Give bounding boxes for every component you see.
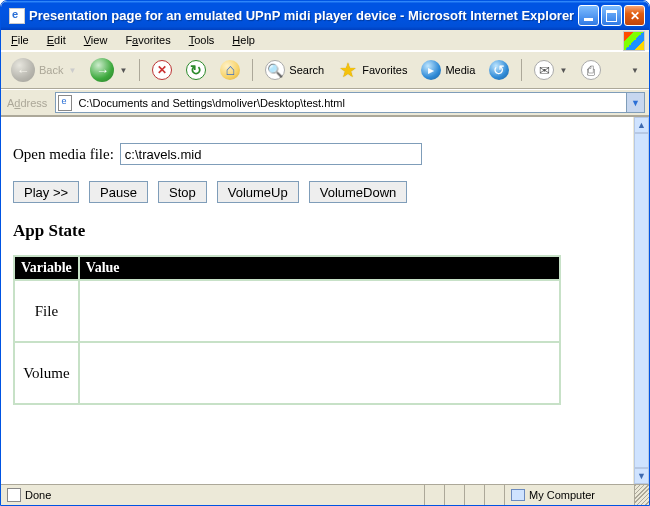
control-buttons: Play >> Pause Stop VolumeUp VolumeDown (13, 181, 625, 203)
resize-grip[interactable] (635, 485, 649, 505)
content-area: Open media file: Play >> Pause Stop Volu… (1, 116, 649, 484)
cell-value (79, 280, 560, 342)
address-input[interactable] (76, 94, 624, 111)
print-icon (581, 60, 601, 80)
cell-variable: Volume (14, 342, 79, 404)
media-label: Media (445, 64, 475, 76)
vertical-scrollbar[interactable]: ▲ ▼ (633, 117, 649, 484)
scroll-thumb[interactable] (634, 133, 649, 468)
toolbar: ← Back ▼ → ▼ Search Favorites Media ▼ ▼ (1, 51, 649, 89)
history-button[interactable] (485, 58, 513, 82)
scroll-up-button[interactable]: ▲ (634, 117, 649, 133)
open-file-row: Open media file: (13, 143, 625, 165)
window-title: Presentation page for an emulated UPnP m… (29, 8, 578, 23)
open-file-input[interactable] (120, 143, 422, 165)
print-button[interactable] (577, 58, 605, 82)
menu-help[interactable]: Help (228, 32, 259, 48)
app-state-table: Variable Value File Volume (13, 255, 561, 405)
windows-flag-icon (623, 31, 645, 51)
titlebar[interactable]: Presentation page for an emulated UPnP m… (1, 1, 649, 30)
header-value: Value (79, 256, 560, 280)
pause-button[interactable]: Pause (89, 181, 148, 203)
mail-icon (534, 60, 554, 80)
page-icon (58, 95, 72, 111)
menu-edit[interactable]: Edit (43, 32, 70, 48)
media-icon (421, 60, 441, 80)
menu-bar: File Edit View Favorites Tools Help (1, 30, 649, 51)
zone-text: My Computer (529, 489, 595, 501)
maximize-button[interactable] (601, 5, 622, 26)
page-body: Open media file: Play >> Pause Stop Volu… (1, 117, 633, 484)
status-main: Done (1, 485, 425, 505)
computer-icon (511, 489, 525, 501)
refresh-icon (186, 60, 206, 80)
status-cell (445, 485, 465, 505)
star-icon (338, 60, 358, 80)
media-button[interactable]: Media (417, 58, 479, 82)
status-zone: My Computer (505, 485, 635, 505)
menu-favorites[interactable]: Favorites (121, 32, 174, 48)
close-button[interactable] (624, 5, 645, 26)
history-icon (489, 60, 509, 80)
play-button[interactable]: Play >> (13, 181, 79, 203)
address-label: Address (5, 97, 49, 109)
favorites-label: Favorites (362, 64, 407, 76)
table-header-row: Variable Value (14, 256, 560, 280)
chevron-down-icon: ▼ (631, 98, 640, 108)
cell-variable: File (14, 280, 79, 342)
status-cell (425, 485, 445, 505)
address-bar: Address ▼ (1, 89, 649, 116)
refresh-button[interactable] (182, 58, 210, 82)
toolbar-separator (139, 59, 140, 81)
scroll-down-button[interactable]: ▼ (634, 468, 649, 484)
stop-nav-button[interactable] (148, 58, 176, 82)
toolbar-separator (252, 59, 253, 81)
status-text: Done (25, 489, 51, 501)
mail-button[interactable]: ▼ (530, 58, 571, 82)
address-field-wrap (55, 92, 627, 113)
search-icon (265, 60, 285, 80)
back-button: ← Back ▼ (7, 56, 80, 84)
table-row: File (14, 280, 560, 342)
search-label: Search (289, 64, 324, 76)
open-file-label: Open media file: (13, 146, 114, 163)
table-row: Volume (14, 342, 560, 404)
back-arrow-icon: ← (11, 58, 35, 82)
window-controls (578, 5, 645, 26)
back-dropdown-icon: ▼ (68, 66, 76, 75)
toolbar-overflow-icon[interactable]: ▼ (631, 66, 639, 75)
forward-dropdown-icon[interactable]: ▼ (119, 66, 127, 75)
home-icon (220, 60, 240, 80)
page-icon (7, 488, 21, 502)
ie-window: Presentation page for an emulated UPnP m… (0, 0, 650, 506)
forward-button[interactable]: → ▼ (86, 56, 131, 84)
minimize-button[interactable] (578, 5, 599, 26)
back-label: Back (39, 64, 63, 76)
menu-file[interactable]: File (7, 32, 33, 48)
mail-dropdown-icon[interactable]: ▼ (559, 66, 567, 75)
favorites-button[interactable]: Favorites (334, 58, 411, 82)
status-bar: Done My Computer (1, 484, 649, 505)
status-cell (485, 485, 505, 505)
header-variable: Variable (14, 256, 79, 280)
volume-up-button[interactable]: VolumeUp (217, 181, 299, 203)
status-cell (465, 485, 485, 505)
volume-down-button[interactable]: VolumeDown (309, 181, 408, 203)
search-button[interactable]: Search (261, 58, 328, 82)
toolbar-separator (521, 59, 522, 81)
menu-view[interactable]: View (80, 32, 112, 48)
address-dropdown-button[interactable]: ▼ (627, 92, 645, 113)
app-state-heading: App State (13, 221, 625, 241)
menu-tools[interactable]: Tools (185, 32, 219, 48)
forward-arrow-icon: → (90, 58, 114, 82)
stop-button[interactable]: Stop (158, 181, 207, 203)
stop-icon (152, 60, 172, 80)
cell-value (79, 342, 560, 404)
home-button[interactable] (216, 58, 244, 82)
ie-app-icon (9, 8, 25, 24)
